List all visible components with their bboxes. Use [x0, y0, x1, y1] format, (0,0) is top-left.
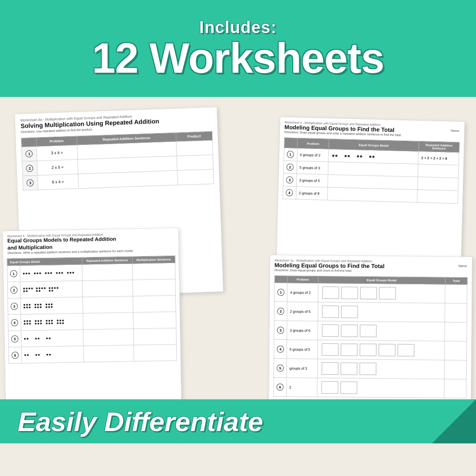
table-row: 2 2 groups of 5 — [274, 302, 467, 323]
table-row: 5 groups of 3 — [274, 359, 466, 379]
ws-1a-col-problem: Problem — [287, 276, 318, 283]
top-banner: Includes: 12 Worksheets — [0, 0, 476, 97]
ws-1a-table: Problem Equal Groups Model Total 1 4 gro… — [273, 275, 467, 398]
ws-4-name: Name: — [451, 128, 460, 133]
bottom-banner-arrow — [432, 399, 476, 443]
ws-4-col-repeated: Repeated Addition Sentence — [419, 141, 459, 152]
ws-4-col-problem: Problem — [297, 138, 329, 149]
ws-8a-col-num — [21, 138, 36, 147]
banner-count-text: 12 Worksheets — [92, 37, 384, 79]
ws-4-table: Problem Equal Groups Model Repeated Addi… — [283, 138, 460, 204]
table-row: 1 4 groups of 2 — [275, 283, 467, 304]
ws-5-table: Equal Groups Model Repeated Addition Sen… — [7, 256, 177, 364]
ws-8a-table: Problem Repeated Addition Sentence Produ… — [21, 131, 214, 191]
main-content-area: Worksheet 8a - Multiplication with Equal… — [0, 97, 476, 443]
bottom-banner: Easily Differentiate — [0, 399, 476, 443]
ws-1a-col-total: Total — [445, 277, 467, 284]
table-row: 3 3 groups of 6 — [274, 321, 467, 342]
ws-5-col-mult: Multiplication Sentence — [132, 256, 175, 264]
bottom-banner-text: Easily Differentiate — [18, 406, 263, 437]
table-row: 6 — [8, 344, 177, 364]
ws-5-col-repeated: Repeated Addition Sentence — [82, 257, 132, 264]
table-row: 6 2 — [274, 378, 466, 398]
ws-1a-name: Name: — [458, 264, 468, 268]
table-row: 4 5 groups of 5 — [274, 340, 466, 361]
